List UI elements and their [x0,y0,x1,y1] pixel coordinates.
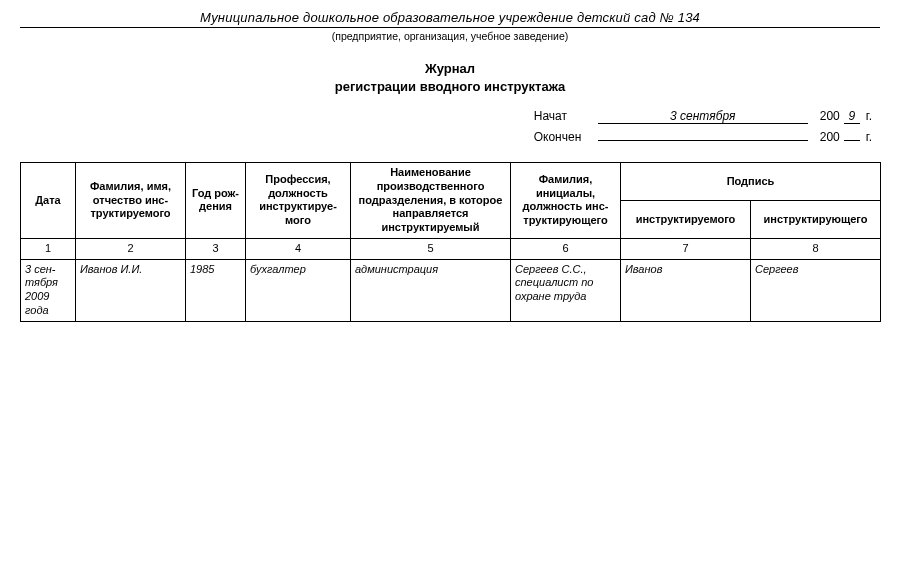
cell-sign-instructor: Сергеев [751,259,881,321]
col-header-department: Наименование производственного подраздел… [351,163,511,239]
table-row: 3 сен­тября 2009 года Иванов И.И. 1985 б… [21,259,881,321]
date-start-year-suffix: г. [866,109,872,123]
colnum-1: 1 [21,238,76,259]
col-header-signature: Подпись [621,163,881,201]
cell-department: администрация [351,259,511,321]
colnum-2: 2 [76,238,186,259]
colnum-8: 8 [751,238,881,259]
journal-title-line2: регистрации вводного инструктажа [20,78,880,96]
journal-title: Журнал регистрации вводного инструктажа [20,60,880,95]
col-header-sign-instructor: инструктирующего [751,200,881,238]
date-start-label: Начат [534,109,594,123]
journal-title-line1: Журнал [20,60,880,78]
date-start-year-digit: 9 [844,109,860,124]
date-end-year-digit [844,126,860,141]
column-number-row: 1 2 3 4 5 6 7 8 [21,238,881,259]
cell-instructor: Сергеев С.С., специалист по охране труда [511,259,621,321]
date-start-value: 3 сентября [598,109,808,124]
registry-table: Дата Фамилия, имя, отчество инс­труктиру… [20,162,881,322]
organization-subtitle: (предприятие, организация, учебное завед… [20,30,880,42]
organization-underline [20,27,880,28]
cell-date: 3 сен­тября 2009 года [21,259,76,321]
col-header-fio: Фамилия, имя, отчество инс­труктируемого [76,163,186,239]
cell-profession: бухгалтер [246,259,351,321]
colnum-4: 4 [246,238,351,259]
date-start-row: Начат 3 сентября 200 9 г. [534,109,872,124]
date-end-value [598,126,808,141]
organization-title: Муниципальное дошкольное образовательное… [20,10,880,25]
cell-fio: Иванов И.И. [76,259,186,321]
date-end-year-prefix: 200 [820,130,840,144]
cell-sign-instructee: Иванов [621,259,751,321]
date-block: Начат 3 сентября 200 9 г. Окончен 200 г. [20,109,880,146]
col-header-birth: Год рож­дения [186,163,246,239]
col-header-sign-instructee: инструктируемого [621,200,751,238]
colnum-3: 3 [186,238,246,259]
col-header-date: Дата [21,163,76,239]
date-end-label: Окончен [534,130,594,144]
date-start-year-prefix: 200 [820,109,840,123]
col-header-instructor: Фамилия, инициалы, должность инс­труктир… [511,163,621,239]
cell-birth: 1985 [186,259,246,321]
colnum-5: 5 [351,238,511,259]
col-header-profession: Профессия, должность инструктируе­мого [246,163,351,239]
colnum-6: 6 [511,238,621,259]
date-end-year-suffix: г. [866,130,872,144]
date-end-row: Окончен 200 г. [534,126,872,144]
colnum-7: 7 [621,238,751,259]
